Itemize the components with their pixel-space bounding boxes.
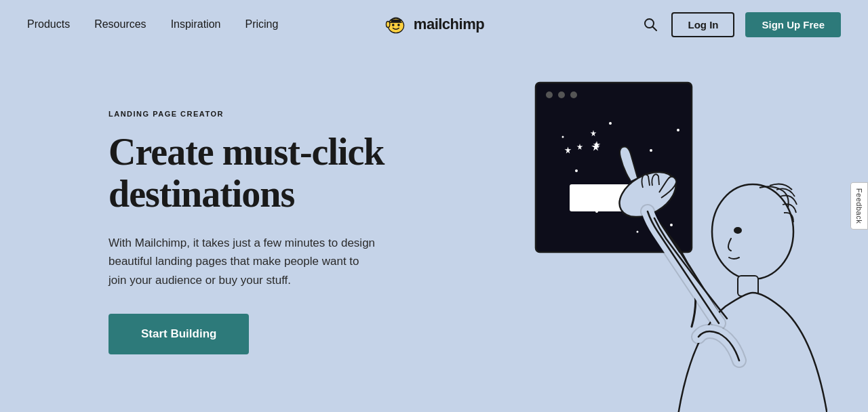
search-button[interactable] (640, 14, 660, 35)
hero-illustration (475, 76, 827, 412)
navbar: Products Resources Inspiration Pricing m… (0, 0, 868, 49)
svg-point-11 (558, 91, 565, 98)
hero-content: LANDING PAGE CREATOR Create must-click d… (108, 89, 420, 354)
nav-resources[interactable]: Resources (94, 18, 146, 30)
hero-description: With Mailchimp, it takes just a few minu… (108, 234, 380, 289)
logo-area: mailchimp (384, 12, 484, 37)
svg-rect-6 (390, 22, 402, 23)
nav-pricing[interactable]: Pricing (245, 18, 278, 30)
svg-point-19 (650, 149, 652, 152)
nav-products[interactable]: Products (27, 18, 70, 30)
mailchimp-logo-icon (384, 12, 408, 37)
nav-right: Log In Sign Up Free (640, 12, 841, 37)
svg-point-3 (397, 24, 400, 26)
svg-point-12 (570, 91, 577, 98)
feedback-wrapper: Feedback (850, 182, 868, 230)
svg-point-2 (392, 24, 395, 26)
svg-point-10 (546, 91, 553, 98)
svg-point-29 (734, 227, 742, 234)
nav-inspiration[interactable]: Inspiration (171, 18, 221, 30)
svg-point-25 (637, 231, 639, 233)
logo-text: mailchimp (414, 16, 484, 33)
nav-left: Products Resources Inspiration Pricing (27, 18, 278, 30)
svg-point-24 (562, 136, 564, 138)
landing-page-illustration (475, 76, 827, 412)
hero-title: Create must-click destinations (108, 131, 420, 215)
svg-point-20 (575, 169, 578, 172)
hero-section: LANDING PAGE CREATOR Create must-click d… (0, 49, 868, 412)
login-button[interactable]: Log In (671, 12, 734, 37)
svg-point-18 (609, 122, 612, 125)
svg-rect-5 (391, 20, 401, 22)
hero-label: LANDING PAGE CREATOR (108, 110, 420, 118)
svg-line-8 (653, 27, 657, 31)
svg-point-21 (677, 129, 679, 131)
svg-point-28 (712, 184, 793, 279)
start-building-button[interactable]: Start Building (108, 314, 249, 354)
search-icon (643, 17, 658, 32)
svg-point-4 (386, 22, 389, 28)
feedback-button[interactable]: Feedback (850, 182, 868, 230)
svg-point-23 (670, 224, 673, 226)
signup-button[interactable]: Sign Up Free (745, 12, 841, 37)
svg-rect-9 (536, 83, 692, 252)
